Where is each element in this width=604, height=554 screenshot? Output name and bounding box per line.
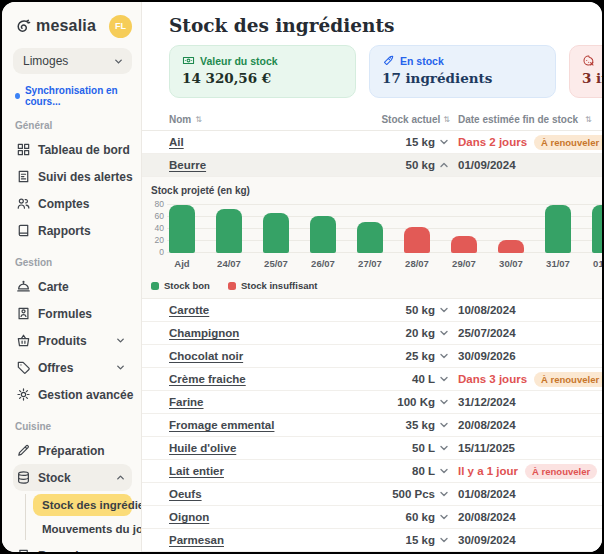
column-header-nom[interactable]: Nom⇅ — [169, 114, 345, 125]
legend-label: Stock bon — [164, 280, 210, 291]
bar-29-07 — [451, 236, 477, 253]
table-row-lait-entier[interactable]: Lait entier80 LIl y a 1 jourÀ renouveler — [142, 460, 602, 483]
column-header-stock-actuel[interactable]: Stock actuel⇅ — [345, 114, 450, 125]
sort-icon[interactable]: ⇅ — [443, 116, 450, 124]
card-header: En stock — [382, 54, 543, 67]
expand-chevron-icon[interactable] — [438, 488, 450, 500]
card-label: En stock — [400, 55, 444, 67]
expand-chevron-icon[interactable] — [438, 304, 450, 316]
name-cell: Farine — [169, 396, 345, 408]
x-axis-tick: 29/07 — [452, 258, 476, 269]
pencil-icon — [16, 443, 31, 458]
ingredient-link[interactable]: Huile d'olive — [169, 442, 236, 454]
sidebar-subitem-mouvements-du-jour[interactable]: Mouvements du jour — [33, 518, 132, 540]
legend-dot-icon — [228, 282, 236, 290]
date-cell: 30/09/2026 — [450, 350, 602, 362]
sidebar-item-comptes[interactable]: Comptes — [13, 190, 132, 217]
sidebar-item-tableau-de-bord[interactable]: Tableau de bord — [13, 136, 132, 163]
table-row-beurre[interactable]: Beurre50 kg01/09/2024 — [142, 154, 602, 177]
sidebar-subitems: Stock des ingrédientsMouvements du jour — [25, 494, 132, 540]
status-badge: À renouveler bientôt — [534, 372, 602, 387]
table-row-ail[interactable]: Ail15 kgDans 2 joursÀ renouveler bientôt — [142, 131, 602, 154]
table-row-carotte[interactable]: Carotte50 kg10/08/2024 — [142, 299, 602, 322]
sort-icon[interactable]: ⇅ — [195, 116, 202, 124]
ingredient-link[interactable]: Crème fraiche — [169, 373, 246, 385]
table-row-chocolat-noir[interactable]: Chocolat noir25 kg30/09/2026 — [142, 345, 602, 368]
sidebar-item-label: Stock — [38, 471, 108, 485]
table-row-fromage-emmental[interactable]: Fromage emmental35 kg20/08/2024 — [142, 414, 602, 437]
sidebar-item-formules[interactable]: Formules — [13, 300, 132, 327]
stock-cell: 50 kg — [345, 159, 450, 171]
column-header-label: Stock actuel — [381, 114, 440, 125]
ingredient-link[interactable]: Parmesan — [169, 534, 224, 546]
expand-chevron-icon[interactable] — [438, 327, 450, 339]
ingredient-link[interactable]: Fromage emmental — [169, 419, 274, 431]
date-value: Il y a 1 jour — [458, 465, 518, 477]
collapse-chevron-icon[interactable] — [438, 159, 450, 171]
sidebar-item-bons-de-commandes[interactable]: Bons de commandes — [13, 542, 132, 552]
ingredient-link[interactable]: Chocolat noir — [169, 350, 243, 362]
y-axis-tick: 0 — [151, 247, 164, 257]
x-axis-tick: 30/07 — [499, 258, 523, 269]
expand-chevron-icon[interactable] — [438, 442, 450, 454]
date-value: 20/08/2024 — [458, 511, 516, 523]
date-value: 30/09/2024 — [458, 534, 516, 546]
chevron-up-icon[interactable] — [115, 472, 126, 483]
sidebar-subitem-stock-des-ingredients[interactable]: Stock des ingrédients — [33, 494, 132, 516]
sidebar-item-offres[interactable]: Offres — [13, 354, 132, 381]
formules-icon — [16, 306, 31, 321]
expand-chevron-icon[interactable] — [438, 534, 450, 546]
ingredient-link[interactable]: Carotte — [169, 304, 209, 316]
sync-dot-icon — [15, 93, 20, 99]
ingredient-link[interactable]: Farine — [169, 396, 204, 408]
logo-row: mesalia FL — [13, 14, 132, 38]
table-row-champignon[interactable]: Champignon20 kg25/07/2024 — [142, 322, 602, 345]
date-value: Dans 3 jours — [458, 373, 527, 385]
stock-value: 35 kg — [406, 419, 435, 431]
ingredient-link[interactable]: Ail — [169, 136, 184, 148]
expand-chevron-icon[interactable] — [438, 350, 450, 362]
ingredient-link[interactable]: Oeufs — [169, 488, 202, 500]
expand-chevron-icon[interactable] — [438, 136, 450, 148]
table-row-farine[interactable]: Farine100 Kg31/12/2024 — [142, 391, 602, 414]
expand-chevron-icon[interactable] — [438, 396, 450, 408]
ingredient-link[interactable]: Champignon — [169, 327, 239, 339]
expand-chevron-icon[interactable] — [438, 373, 450, 385]
table-row-oeufs[interactable]: Oeufs500 Pcs01/08/2024 — [142, 483, 602, 506]
ingredient-link[interactable]: Oignon — [169, 511, 209, 523]
date-value: 01/08/2024 — [458, 488, 516, 500]
chevron-down-icon[interactable] — [115, 335, 126, 346]
sidebar-item-suivi-des-alertes[interactable]: Suivi des alertes — [13, 163, 132, 190]
sidebar-item-label: Gestion avancée — [38, 388, 133, 402]
bar-28-07 — [404, 227, 430, 253]
sidebar-item-stock[interactable]: Stock — [13, 464, 132, 491]
expand-chevron-icon[interactable] — [438, 419, 450, 431]
sidebar-item-produits[interactable]: Produits — [13, 327, 132, 354]
stock-projection-panel: Stock projeté (en kg)020406080Ajd24/0725… — [142, 177, 602, 299]
ingredient-link[interactable]: Beurre — [169, 159, 206, 171]
x-axis-tick: 01/08 — [593, 258, 602, 269]
user-avatar[interactable]: FL — [109, 15, 132, 38]
table-row-parmesan[interactable]: Parmesan15 kg30/09/2024 — [142, 529, 602, 552]
stock-cell: 50 L — [345, 442, 450, 454]
sidebar-item-rapports[interactable]: Rapports — [13, 217, 132, 244]
sidebar-item-label: Rapports — [38, 224, 126, 238]
sidebar-item-gestion-avancee[interactable]: Gestion avancée — [13, 381, 132, 408]
summary-card-red: 3 ingrédients — [569, 45, 602, 98]
stock-icon — [16, 470, 31, 485]
sidebar-item-carte[interactable]: Carte — [13, 273, 132, 300]
table-row-huile-d-olive[interactable]: Huile d'olive50 L15/11/2025 — [142, 437, 602, 460]
column-header-date-fin-de-stock[interactable]: Date estimée fin de stock⇅ — [450, 114, 602, 125]
sidebar-item-preparation[interactable]: Préparation — [13, 437, 132, 464]
name-cell: Huile d'olive — [169, 442, 345, 454]
expand-chevron-icon[interactable] — [438, 511, 450, 523]
table-row-oignon[interactable]: Oignon60 kg20/08/2024 — [142, 506, 602, 529]
sort-icon[interactable]: ⇅ — [585, 116, 592, 124]
table-row-creme-fraiche[interactable]: Crème fraiche40 LDans 3 joursÀ renouvele… — [142, 368, 602, 391]
table-header-row: Nom⇅Stock actuel⇅Date estimée fin de sto… — [142, 109, 602, 131]
ingredient-link[interactable]: Lait entier — [169, 465, 224, 477]
name-cell: Ail — [169, 136, 345, 148]
expand-chevron-icon[interactable] — [438, 465, 450, 477]
location-selector[interactable]: Limoges — [13, 48, 132, 74]
chevron-down-icon[interactable] — [115, 362, 126, 373]
